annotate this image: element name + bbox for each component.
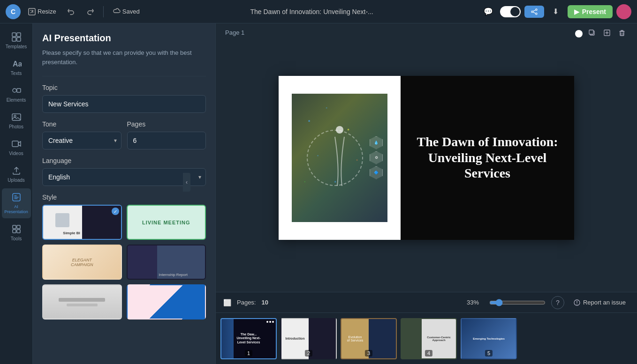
thumbnail-4[interactable]: Customer-Centric Approach 4 <box>401 318 457 359</box>
download-button[interactable]: ⬇ <box>548 4 564 20</box>
page-controls <box>575 27 628 40</box>
tone-label: Tone <box>42 120 121 128</box>
style-label: Style <box>42 193 206 201</box>
thumbnails-row: The Daw... Unveiling Next-Level Services… <box>216 312 637 364</box>
sidebar-item-templates[interactable]: Templates <box>2 28 31 53</box>
svg-rect-17 <box>17 225 20 229</box>
sidebar-item-texts[interactable]: Aa Texts <box>2 55 31 80</box>
panel-title: AI Presentation <box>42 33 206 44</box>
export-page-button[interactable] <box>601 27 613 40</box>
svg-rect-16 <box>13 230 16 233</box>
topbar: C Resize Saved The Dawn of Innovation: U… <box>0 0 637 23</box>
dark-mode-toggle[interactable] <box>500 6 521 17</box>
sidebar-label-tools: Tools <box>11 236 22 241</box>
templates-icon <box>11 32 22 42</box>
svg-rect-22 <box>620 31 624 36</box>
svg-point-30 <box>304 181 305 182</box>
style-card-5[interactable] <box>42 284 122 319</box>
panel-collapse-button[interactable]: ‹ <box>183 173 190 192</box>
report-label: Report an issue <box>583 299 626 306</box>
sidebar-item-ai-presentation[interactable]: AI Presentation <box>2 188 31 218</box>
language-select[interactable]: English Spanish French German Chinese <box>42 168 206 186</box>
style-card-internship-report[interactable]: Internship Report <box>127 245 206 280</box>
undo-icon <box>68 8 75 15</box>
cloud-icon <box>113 8 121 15</box>
share-button[interactable] <box>524 6 544 18</box>
report-icon <box>574 299 580 306</box>
sidebar-label-ai: AI Presentation <box>4 204 28 215</box>
svg-rect-4 <box>12 33 16 37</box>
particles-svg <box>292 94 387 222</box>
topbar-divider <box>103 6 104 17</box>
bottom-bar: ⬜ Pages: 10 33% ? Report an issue <box>216 292 637 312</box>
report-issue-button[interactable]: Report an issue <box>570 297 629 308</box>
svg-point-28 <box>334 181 336 183</box>
share-icon <box>531 8 538 15</box>
svg-rect-11 <box>12 114 21 120</box>
svg-point-26 <box>348 128 349 130</box>
style-card-6[interactable] <box>127 284 206 319</box>
style-card-livine-meeting[interactable]: LIVINE MEETING <box>127 205 206 240</box>
export-icon <box>603 29 611 37</box>
svg-point-1 <box>535 8 537 10</box>
tone-select[interactable]: Creative Professional Casual Formal <box>42 132 121 149</box>
document-title: The Dawn of Innovation: Unveiling Next-.… <box>147 8 477 15</box>
app-logo[interactable]: C <box>6 4 21 19</box>
comment-button[interactable]: 💬 <box>480 4 496 20</box>
pages-input[interactable] <box>127 132 206 149</box>
thumb-num-1: 1 <box>245 350 252 357</box>
sidebar-item-videos[interactable]: Videos <box>2 135 31 160</box>
videos-icon <box>11 139 22 149</box>
topic-input[interactable] <box>42 95 206 113</box>
duplicate-icon <box>588 29 596 37</box>
present-icon: ▶ <box>574 8 579 15</box>
sidebar-label-photos: Photos <box>9 124 23 129</box>
undo-button[interactable] <box>64 6 79 17</box>
slide-image: 💧 ⚙ 🔷 <box>288 90 391 226</box>
duplicate-page-button[interactable] <box>586 27 598 40</box>
svg-rect-18 <box>17 230 20 233</box>
sidebar-label-texts: Texts <box>11 71 22 76</box>
pages-label: Pages <box>127 120 206 128</box>
resize-button[interactable]: Resize <box>24 6 60 17</box>
page-label: Page 1 <box>225 29 244 36</box>
slide-right-panel: The Dawn of Innovation: Unveiling Next-L… <box>401 76 574 240</box>
slide-container: 💧 ⚙ 🔷 <box>279 76 574 240</box>
sidebar-item-elements[interactable]: Elements <box>2 82 31 106</box>
canvas-main: Page 1 <box>216 23 637 292</box>
elements-icon <box>11 85 22 96</box>
style-card-elegant-campaign[interactable]: ELEGANTCAMPAIGN <box>42 245 122 280</box>
thumbnail-1[interactable]: The Daw... Unveiling Next-Level Services… <box>220 318 277 359</box>
sidebar-item-tools[interactable]: Tools <box>2 220 31 245</box>
thumb-num-3: 3 <box>365 350 372 357</box>
svg-point-24 <box>308 120 310 122</box>
page-color-indicator[interactable] <box>575 30 583 37</box>
slide-left-panel: 💧 ⚙ 🔷 <box>279 76 401 240</box>
uploads-icon <box>11 165 22 176</box>
svg-rect-13 <box>12 141 18 147</box>
thumbnail-5[interactable]: Emerging Technologies 5 <box>461 318 517 359</box>
ai-panel: AI Presentation Please specify so that w… <box>33 23 216 364</box>
svg-point-3 <box>535 13 537 15</box>
pages-label: Pages: <box>237 299 256 306</box>
main-area: Templates Aa Texts Elements Photos Video… <box>0 23 637 364</box>
zoom-slider[interactable] <box>489 299 546 306</box>
present-button[interactable]: ▶ Present <box>568 5 613 18</box>
svg-point-12 <box>14 115 16 117</box>
avatar[interactable] <box>616 4 631 19</box>
topbar-right: 💬 ⬇ ▶ Present <box>480 4 631 20</box>
thumbnail-3[interactable]: Evolutionof Services 3 <box>341 318 397 359</box>
style-grid: Simple Bl ✓ LIVINE MEETING ELEGANTCAMPAI… <box>42 205 206 319</box>
redo-button[interactable] <box>83 6 98 17</box>
thumb-num-5: 5 <box>485 350 493 357</box>
sidebar-item-photos[interactable]: Photos <box>2 108 31 133</box>
sidebar-item-uploads[interactable]: Uploads <box>2 162 31 186</box>
style-card-simple-bl[interactable]: Simple Bl ✓ <box>42 205 122 240</box>
help-button[interactable]: ? <box>551 296 564 309</box>
pages-count: 10 <box>261 299 268 306</box>
thumbnail-2[interactable]: Introduction 2 <box>281 318 337 359</box>
delete-page-button[interactable] <box>616 27 628 40</box>
language-select-wrap: English Spanish French German Chinese ▾ <box>42 168 206 186</box>
saved-status: Saved <box>109 6 144 17</box>
sidebar-label-templates: Templates <box>6 44 27 49</box>
